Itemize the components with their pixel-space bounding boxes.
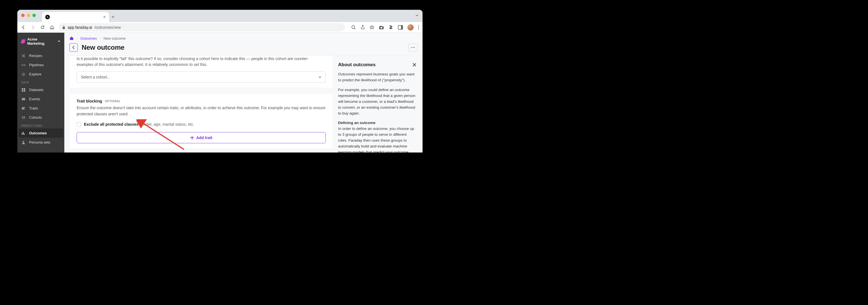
svg-rect-16 (24, 90, 25, 92)
outcomes-icon (21, 131, 26, 135)
url-path: /outcomes/new (95, 25, 121, 30)
persona-sets-icon (21, 140, 26, 144)
back-page-button[interactable] (69, 43, 78, 52)
chevron-down-icon (318, 75, 321, 79)
nav-events[interactable]: Events (17, 94, 64, 104)
trait-blocking-title: Trait blocking OPTIONAL (76, 99, 326, 103)
sidebar: Acme Marketing Recipes Pipelines Explore (17, 33, 64, 152)
breadcrumb-sep: › (76, 37, 78, 40)
svg-rect-15 (22, 90, 23, 92)
plus-icon (190, 136, 194, 140)
camera-icon[interactable] (379, 25, 384, 30)
optional-badge: OPTIONAL (105, 100, 121, 103)
nav-label: Events (29, 97, 40, 101)
page-actions-button[interactable] (408, 43, 417, 52)
svg-point-21 (413, 47, 413, 48)
svg-point-8 (418, 27, 419, 28)
close-window-button[interactable] (21, 14, 25, 17)
svg-point-1 (352, 26, 354, 29)
close-tab-button[interactable]: × (103, 15, 106, 19)
exclude-protected-row[interactable]: Exclude all protected classes gender, ag… (76, 122, 326, 127)
nav-traits[interactable]: Traits (17, 104, 64, 113)
nav-outcomes[interactable]: Outcomes (19, 129, 63, 138)
panel-icon[interactable] (398, 25, 403, 30)
svg-rect-14 (24, 88, 25, 90)
explore-icon (21, 72, 26, 76)
svg-point-11 (24, 65, 25, 66)
home-icon[interactable] (69, 36, 74, 40)
add-trait-label: Add trait (196, 135, 213, 140)
nav-label: Cohorts (29, 115, 42, 120)
logo-icon (21, 39, 26, 43)
cohort-description: Is it possible to explicitly "fail" this… (76, 56, 326, 68)
exclude-protected-label: Exclude all protected classes gender, ag… (84, 122, 194, 127)
extensions-icon[interactable] (389, 25, 394, 30)
recipes-icon (21, 54, 26, 58)
nav-explore[interactable]: Explore (17, 70, 64, 79)
select-cohort-dropdown[interactable]: Select a cohort... (76, 71, 326, 83)
chevron-down-icon (58, 40, 60, 43)
pipelines-icon (21, 63, 26, 67)
browser-tab[interactable]: × (42, 12, 109, 22)
svg-point-19 (23, 141, 24, 142)
browser-window: × + app.faraday.ai/outcomes/new (17, 10, 423, 152)
datasets-icon (21, 88, 26, 92)
svg-point-17 (22, 116, 23, 117)
nav-label: Datasets (29, 88, 43, 92)
trait-blocking-card: Trait blocking OPTIONAL Ensure the outco… (70, 94, 333, 148)
search-icon[interactable] (351, 25, 356, 30)
svg-rect-6 (401, 26, 403, 29)
window-controls (21, 14, 36, 17)
breadcrumb-current: New outcome (103, 36, 126, 40)
bookmark-icon[interactable] (369, 25, 374, 30)
tabs-menu-button[interactable] (415, 14, 418, 17)
maximize-window-button[interactable] (32, 14, 36, 17)
events-icon (21, 97, 26, 101)
attainment-cohort-card: Is it possible to explicitly "fail" this… (70, 56, 333, 88)
breadcrumb-outcomes[interactable]: Outcomes (80, 36, 97, 40)
about-paragraph: Defining an outcome In order to define a… (338, 120, 416, 152)
about-paragraph: Outcomes represent business goals you wa… (338, 71, 416, 83)
nav-section-predictions: PREDICTIONS (17, 122, 64, 129)
back-button[interactable] (21, 25, 26, 30)
svg-point-22 (414, 47, 415, 48)
about-paragraph: For example, you could define an outcome… (338, 87, 416, 116)
nav-persona-sets[interactable]: Persona sets (17, 138, 64, 147)
nav-pipelines[interactable]: Pipelines (17, 60, 64, 70)
svg-point-3 (380, 27, 382, 29)
address-bar[interactable]: app.faraday.ai/outcomes/new (59, 23, 345, 32)
select-placeholder: Select a cohort... (81, 75, 110, 79)
url-bar: app.faraday.ai/outcomes/new (17, 22, 423, 33)
breadcrumb-sep: › (100, 37, 101, 40)
forward-button[interactable] (30, 25, 36, 30)
nav-label: Explore (29, 72, 41, 76)
minimize-window-button[interactable] (27, 14, 30, 17)
svg-point-7 (418, 25, 419, 26)
browser-actions (351, 24, 419, 30)
browser-menu-button[interactable] (418, 25, 419, 30)
nav-cohorts[interactable]: Cohorts (17, 113, 64, 122)
nav-label: Outcomes (29, 131, 47, 135)
svg-point-9 (418, 29, 419, 29)
page-header: New outcome (64, 42, 423, 56)
home-button[interactable] (49, 25, 55, 30)
reload-button[interactable] (40, 25, 45, 30)
form-column: Is it possible to explicitly "fail" this… (64, 56, 338, 152)
nav-datasets[interactable]: Datasets (17, 85, 64, 94)
exclude-protected-checkbox[interactable] (76, 122, 81, 127)
page-title: New outcome (82, 43, 124, 52)
favicon-icon (45, 15, 50, 19)
svg-point-20 (411, 47, 412, 48)
profile-avatar[interactable] (407, 24, 413, 30)
new-tab-button[interactable]: + (109, 12, 117, 22)
workspace-switcher[interactable]: Acme Marketing (17, 34, 64, 48)
share-icon[interactable] (361, 25, 365, 30)
add-trait-button[interactable]: Add trait (76, 132, 326, 143)
nav-label: Persona sets (29, 140, 50, 144)
lock-icon (62, 26, 65, 29)
nav-recipes[interactable]: Recipes (17, 51, 64, 60)
close-panel-button[interactable] (412, 63, 416, 67)
svg-rect-0 (63, 27, 65, 29)
nav-label: Recipes (29, 54, 42, 58)
url-domain: app.faraday.ai (68, 25, 92, 30)
